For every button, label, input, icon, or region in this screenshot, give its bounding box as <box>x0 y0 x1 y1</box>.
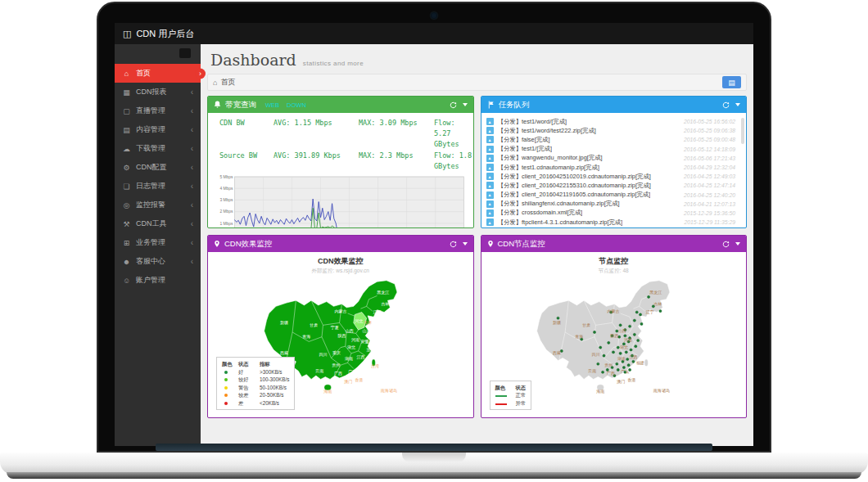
refresh-icon[interactable] <box>722 241 730 248</box>
province-label: 南海诸岛 <box>381 388 397 394</box>
web-link[interactable]: WEB <box>265 101 279 109</box>
sidebar-item-label: 直播管理 <box>136 106 165 116</box>
bandwidth-panel: 带宽查询 WEB DOWN <box>207 96 474 228</box>
chevron-down-icon[interactable] <box>463 242 468 246</box>
down-link[interactable]: DOWN <box>287 101 306 109</box>
chevron-left-icon: ‹ <box>191 257 193 266</box>
user-circle-icon: ☺ <box>122 277 131 285</box>
node-marker <box>629 325 631 327</box>
task-scrollbar[interactable] <box>741 118 744 144</box>
sidebar-item-11[interactable]: ☻客服中心‹ <box>115 252 201 271</box>
legend-color <box>222 384 235 391</box>
chevron-down-icon[interactable] <box>735 103 740 106</box>
task-time: 2016-05-06 17:21:43 <box>684 155 743 161</box>
task-text: 【分发】ftpclient-4.3.1.cdnautomanip.zip[完成] <box>498 218 623 227</box>
task-text: 【分发】shiliangfenxi.cdnautomanip.zip[完成] <box>498 200 620 208</box>
sidebar-item-12[interactable]: ☺账户管理 <box>115 271 201 290</box>
sidebar-item-4[interactable]: ▤内容管理‹ <box>115 120 201 139</box>
task-row[interactable]: ▲【分发】client_20160421191605.cdnautomanip.… <box>486 191 744 200</box>
legend-metric: 100-300KB/s <box>260 376 289 383</box>
sidebar-item-label: 客服中心 <box>136 256 165 267</box>
task-row[interactable]: ▲【分发】client_20160422155310.cdnautomanip.… <box>486 181 744 190</box>
stat-name: CDN BW <box>219 118 274 151</box>
chevron-down-icon[interactable] <box>463 103 468 106</box>
legend-color <box>495 399 512 407</box>
task-row[interactable]: ▲【分发】wangwendu_monitor.jpg[完成]2016-05-06… <box>486 154 744 163</box>
screen: ◫ CDN 用户后台 ⌂首页›▦CDN报表‹▢直播管理‹▤内容管理‹☁下载管理‹… <box>115 23 753 446</box>
sidebar-item-9[interactable]: ⚒CDN工具‹ <box>115 214 201 233</box>
task-row[interactable]: ▲【分发】test1/[完成]2016-05-12 14:18:09 <box>486 145 744 154</box>
stat-avg: AVG: 1.15 Mbps <box>274 118 359 151</box>
sidebar-item-7[interactable]: ❏日志管理‹ <box>115 177 201 196</box>
legend-header: 颜色 <box>222 360 235 367</box>
legend-header: 指标 <box>260 360 289 367</box>
province-label: 南海诸岛 <box>653 388 670 394</box>
legend-color <box>222 376 235 383</box>
task-row[interactable]: ▲【分发】client_20160425102019.cdnautomanip.… <box>486 172 744 181</box>
cloud-icon: ☁ <box>122 145 131 153</box>
svg-text:1 Mbps: 1 Mbps <box>219 221 233 225</box>
home-icon: ⌂ <box>122 70 131 78</box>
node-marker <box>594 331 596 333</box>
legend-status: 正常 <box>516 391 527 399</box>
task-row[interactable]: ▲【分发】test1/word/[完成]2016-05-25 16:56:02 <box>486 117 744 126</box>
province-label: 江西 <box>630 354 638 360</box>
task-row[interactable]: ▲【分发】test1/word/test222.zip[完成]2016-05-2… <box>486 126 744 135</box>
upload-icon: ▲ <box>486 182 494 189</box>
task-time: 2016-05-12 14:18:09 <box>684 146 743 152</box>
node-marker <box>640 322 643 325</box>
node-marker <box>626 358 629 360</box>
task-row[interactable]: ▲【分发】shiliangfenxi.cdnautomanip.zip[完成]2… <box>486 200 744 209</box>
sidebar-item-6[interactable]: ⚙CDN配置‹ <box>115 158 201 177</box>
breadcrumb-home[interactable]: 首页 <box>220 77 235 88</box>
province-label: 黑龙江 <box>649 290 662 295</box>
refresh-icon[interactable] <box>450 101 457 109</box>
chevron-left-icon: ‹ <box>191 106 193 115</box>
province-label: 澳门 <box>344 379 352 385</box>
province-label: 湖北 <box>620 345 628 350</box>
task-row[interactable]: ▲【分发】false[完成]2016-05-25 09:00:48 <box>486 135 744 144</box>
home-icon: ⌂ <box>213 79 217 87</box>
task-row[interactable]: ▲【分发】crossdomain.xml[完成]2015-12-29 15:36… <box>486 209 744 218</box>
task-text: 【分发】crossdomain.xml[完成] <box>498 209 583 217</box>
node-marker <box>625 351 627 354</box>
nodes-map-body: 节点监控 节点监控: 48 新疆西藏青海甘肃内蒙古黑龙江吉 <box>481 252 747 417</box>
legend-status: 差 <box>238 399 256 407</box>
color-line <box>495 395 507 397</box>
province-label: 山西 <box>346 328 354 334</box>
sidebar-item-10[interactable]: ⊞业务管理‹ <box>115 233 201 252</box>
chevron-left-icon: ‹ <box>191 182 193 191</box>
province-label: 山西 <box>618 328 626 334</box>
active-arrow-icon: › <box>195 68 206 79</box>
desktop-icon: ▢ <box>122 107 131 115</box>
province-label: 青海 <box>302 334 310 340</box>
province-label: 广东 <box>348 369 356 374</box>
sidebar-item-2[interactable]: ▦CDN报表‹ <box>115 83 201 101</box>
chevron-down-icon[interactable] <box>735 242 740 246</box>
province-label: 新疆 <box>553 320 561 325</box>
effect-map-title: CDN效果监控 <box>208 256 473 267</box>
sidebar-toggle-button[interactable] <box>179 48 191 58</box>
refresh-icon[interactable] <box>722 101 730 109</box>
effect-panel-header: CDN效果监控 <box>208 236 473 252</box>
sidebar-item-8[interactable]: ◎监控报警‹ <box>115 196 201 214</box>
sidebar-item-1[interactable]: ⌂首页› <box>115 64 201 83</box>
province-label: 湖南 <box>617 356 626 361</box>
legend-metric: >300KB/s <box>260 368 289 376</box>
upload-icon: ▲ <box>486 191 494 199</box>
effect-map-body: CDN效果监控 外部监控: ws.rsjd.gov.cn <box>208 252 473 417</box>
stat-max: MAX: 3.09 Mbps <box>359 118 434 151</box>
stat-avg: AVG: 391.89 Kbps <box>274 151 359 172</box>
upload-icon: ▲ <box>486 173 494 180</box>
sidebar-item-5[interactable]: ☁下载管理‹ <box>115 139 201 158</box>
stat-name: Source BW <box>219 151 274 172</box>
sidebar-item-label: 内容管理 <box>136 124 165 135</box>
task-row[interactable]: ▲【分发】ftpclient-4.3.1.cdnautomanip.zip[完成… <box>486 218 744 227</box>
legend-metric: 20-50KB/s <box>260 391 289 399</box>
task-text: 【分发】test1/word/[完成] <box>498 118 567 126</box>
sidebar-item-3[interactable]: ▢直播管理‹ <box>115 101 201 120</box>
task-queue-panel: 任务队列 ▲【分发】test1/word/[完成]2016-05-25 16:5… <box>481 96 748 228</box>
settings-button[interactable]: ▤ <box>722 76 741 88</box>
refresh-icon[interactable] <box>450 241 457 248</box>
task-row[interactable]: ▲【分发】test1.cdnautomanip.zip[完成]2016-04-2… <box>486 163 744 172</box>
